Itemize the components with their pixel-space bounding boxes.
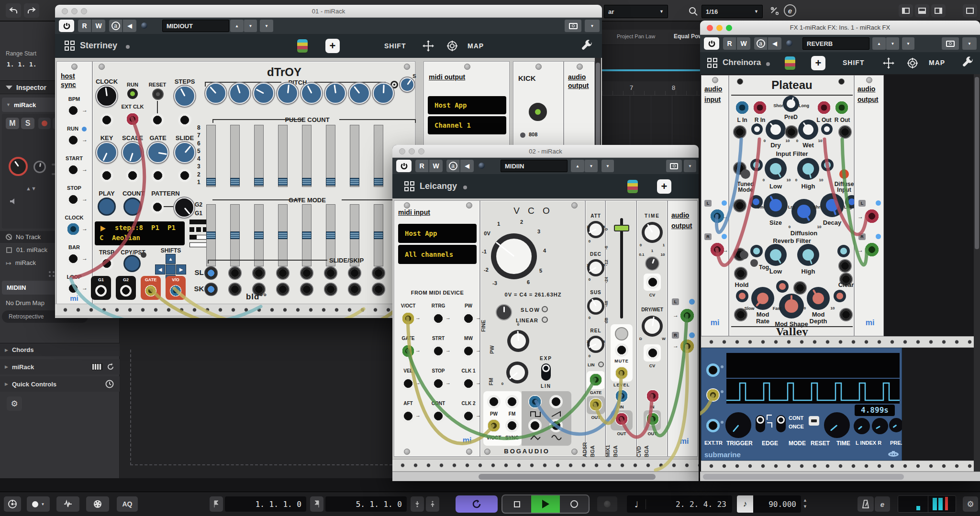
preset-browse-button[interactable]: ▼ <box>260 20 273 32</box>
high-atten-knob[interactable] <box>821 159 834 171</box>
pred-knob[interactable] <box>783 96 799 112</box>
rtrg-port[interactable] <box>432 312 445 325</box>
sync-in-port[interactable] <box>505 419 519 432</box>
pitch-knob-6[interactable] <box>325 83 346 104</box>
move-icon[interactable] <box>423 40 434 52</box>
time-cv-port[interactable] <box>646 275 659 289</box>
sl-button-1[interactable] <box>204 266 218 280</box>
refresh-icon[interactable] <box>106 362 115 371</box>
voct-port[interactable] <box>401 312 415 325</box>
fx-titlebar[interactable]: FX 1-miRack FX: Ins. 1 - miRack FX <box>700 21 980 35</box>
pitch-knob-1[interactable] <box>205 83 226 104</box>
next-preset-button[interactable]: ▼ <box>244 20 257 32</box>
rf-high-atten-knob[interactable] <box>837 245 850 257</box>
rf-low-knob[interactable] <box>765 244 787 266</box>
switch-a-b-button[interactable]: a <box>754 37 768 50</box>
lin-toggle[interactable] <box>598 362 604 367</box>
midi-device-display[interactable]: Host App <box>398 224 477 243</box>
pre-trigger-knob[interactable] <box>889 418 903 432</box>
wrench-icon[interactable] <box>581 40 594 52</box>
previous-preset-button[interactable]: ▲ <box>571 160 584 172</box>
auto-quantize-button[interactable]: AQ <box>117 496 138 512</box>
gatemode-slider-2[interactable] <box>230 204 240 266</box>
vel-port[interactable] <box>401 377 415 390</box>
input-gain-knob[interactable] <box>33 161 46 173</box>
midi-channel-display[interactable]: Channel 1 <box>428 116 506 134</box>
shift-center[interactable] <box>166 264 176 274</box>
l-out-port[interactable] <box>817 100 831 115</box>
gatemode-slider-8[interactable] <box>374 204 383 266</box>
preset-browse-button[interactable]: ▼ <box>601 160 614 172</box>
sk-button-1[interactable] <box>204 283 218 296</box>
dtroy-clock-knob[interactable] <box>96 86 117 107</box>
sk-button-5[interactable] <box>300 283 313 296</box>
keyboard-icon[interactable] <box>92 363 102 370</box>
count-button[interactable] <box>123 198 142 216</box>
shift-button[interactable]: SHIFT <box>384 42 406 50</box>
punch-in-button[interactable] <box>411 496 424 512</box>
exp-lin-switch[interactable] <box>541 363 551 381</box>
cable-colors-icon[interactable] <box>627 179 638 194</box>
diffusion-knob[interactable] <box>791 199 816 224</box>
pitch-s-knob[interactable] <box>400 77 414 92</box>
left-output-port[interactable] <box>864 209 880 224</box>
fm-in-port[interactable] <box>505 395 519 408</box>
pitch-knob-5[interactable] <box>301 83 322 104</box>
sk-button-7[interactable] <box>348 283 361 296</box>
tempo-field[interactable]: 90.000 <box>753 495 801 513</box>
gate-knob[interactable] <box>147 142 168 163</box>
index-l-knob[interactable] <box>854 418 870 434</box>
right-output-port[interactable] <box>864 242 880 257</box>
map-button[interactable]: MAP <box>929 59 945 66</box>
copy-a-b-button[interactable]: ◀ <box>123 20 136 32</box>
input-high-knob[interactable] <box>797 158 819 180</box>
mute-port[interactable] <box>615 343 628 357</box>
write-automation-button[interactable]: W <box>737 37 750 50</box>
pulse-slider-4[interactable] <box>278 125 288 187</box>
plugin-menu-button[interactable]: ▼ <box>684 160 696 172</box>
iterative-quantize-icon[interactable] <box>768 4 782 18</box>
layout-lower-zone-button[interactable] <box>915 4 929 17</box>
sk-button-6[interactable] <box>324 283 337 296</box>
audio-record-mode-button[interactable]: ▼ <box>56 496 79 512</box>
goto-right-locator-button[interactable] <box>310 496 323 512</box>
transport-settings-button[interactable]: ⚙ <box>963 496 978 512</box>
previous-preset-button[interactable]: ▲ <box>230 20 244 32</box>
chords-section-header[interactable]: ▶Chords <box>0 343 120 356</box>
square-out-port[interactable] <box>528 395 542 408</box>
modules-icon[interactable] <box>404 181 414 191</box>
loop-port[interactable] <box>67 282 80 295</box>
vo-output[interactable]: V/O <box>166 276 186 300</box>
add-module-button[interactable]: + <box>657 179 671 194</box>
position-field[interactable]: ♩ 2. 2. 4. 23 <box>627 495 732 513</box>
ext-clk-port[interactable] <box>126 112 139 126</box>
shift-up-button[interactable]: ▲ <box>166 254 176 264</box>
modules-icon[interactable] <box>707 58 717 68</box>
tempo-sync-button[interactable]: e <box>875 496 890 512</box>
quantize-panel-button[interactable]: e <box>784 4 796 17</box>
sl-button-6[interactable] <box>324 266 337 280</box>
write-automation-button[interactable]: W <box>429 160 443 172</box>
sk-button-8[interactable] <box>372 283 385 296</box>
gate-output[interactable]: GATE <box>141 276 161 300</box>
drywet-cv-port[interactable] <box>646 346 659 360</box>
snapshot-button[interactable] <box>942 37 959 50</box>
tog-button-2[interactable] <box>750 259 758 267</box>
bypass-power-button[interactable] <box>59 20 74 32</box>
clk2-port[interactable] <box>462 409 475 423</box>
gate-port[interactable] <box>151 169 165 182</box>
goto-left-locator-button[interactable] <box>210 496 223 512</box>
click-pattern-button[interactable] <box>4 496 21 512</box>
key-knob[interactable] <box>96 142 117 163</box>
sine-out-port[interactable] <box>549 419 563 432</box>
pulse-slider-5[interactable] <box>302 125 312 187</box>
dtroy-clock-port[interactable] <box>100 113 113 127</box>
left-locator-field[interactable]: 1. 1. 1. 0 <box>225 496 306 512</box>
pulse-slider-1[interactable] <box>206 125 216 187</box>
input-low-knob[interactable] <box>765 158 787 180</box>
mod-shape-cv-port[interactable] <box>793 281 807 295</box>
next-preset-button[interactable]: ▼ <box>584 160 598 172</box>
tog-button-1[interactable] <box>740 251 748 259</box>
quick-controls-header[interactable]: ▶ Quick Controls <box>0 376 120 392</box>
mod-depth-knob[interactable] <box>807 287 830 310</box>
